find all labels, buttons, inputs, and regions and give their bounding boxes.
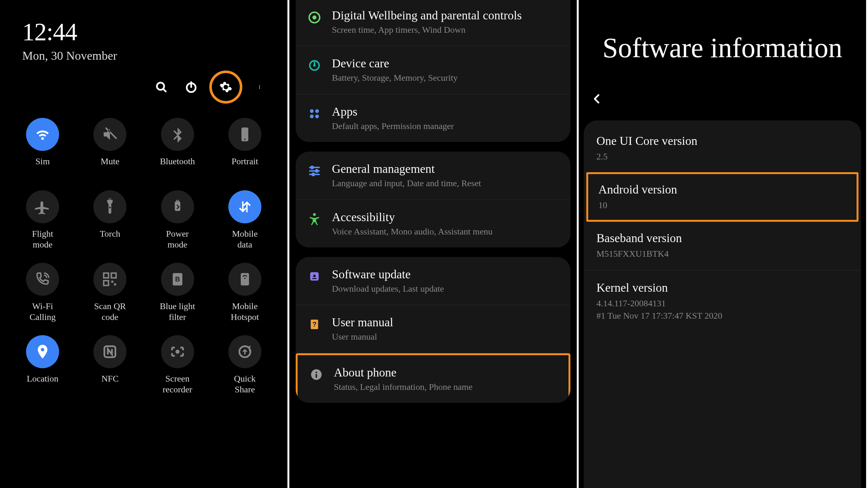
apps-icon [307, 106, 322, 122]
qs-tile-nfc[interactable]: NFC [76, 335, 144, 395]
wellbeing-icon [307, 9, 322, 25]
row-subtitle: Battery, Storage, Memory, Security [332, 72, 560, 84]
qs-tile-screenrec[interactable]: Screenrecorder [144, 335, 211, 395]
location-icon [26, 335, 59, 368]
accessibility-icon [307, 211, 322, 227]
general-icon [307, 163, 322, 179]
qs-tile-scanqr[interactable]: Scan QRcode [76, 263, 144, 323]
qs-tile-label: MobileHotspot [231, 301, 259, 323]
qs-tile-label: Wi-FiCalling [30, 301, 56, 323]
row-text: Digital Wellbeing and parental controls … [332, 8, 560, 36]
quickshare-icon [228, 335, 261, 368]
qs-tile-flight[interactable]: Flightmode [9, 190, 76, 250]
quick-settings-panel: 12:44 Mon, 30 November Sim Mute Blu [0, 0, 289, 488]
nfc-icon [93, 335, 126, 368]
svg-point-14 [315, 114, 319, 118]
qs-tile-label: Location [27, 373, 58, 395]
info-row[interactable]: Android version 10 [586, 172, 859, 221]
row-title: About phone [334, 365, 558, 379]
back-button[interactable] [579, 83, 866, 120]
info-value: M515FXXU1BTK4 [596, 247, 848, 260]
qs-tile-label: Torch [100, 228, 120, 250]
torch-icon [93, 190, 126, 223]
info-label: Kernel version [596, 280, 848, 295]
qs-tile-label: Mute [101, 156, 119, 178]
wifi-icon [26, 118, 59, 151]
settings-row-devicecare[interactable]: Device care Battery, Storage, Memory, Se… [296, 46, 570, 94]
row-text: Device care Battery, Storage, Memory, Se… [332, 56, 560, 84]
row-subtitle: Screen time, App timers, Wind Down [332, 24, 560, 36]
svg-point-18 [311, 166, 313, 169]
qs-tile-mobiledata[interactable]: Mobiledata [211, 190, 279, 250]
row-subtitle: Language and input, Date and time, Reset [332, 178, 560, 189]
qs-tile-portrait[interactable]: Portrait [211, 118, 279, 178]
settings-row-about[interactable]: About phone Status, Legal information, P… [296, 353, 570, 403]
row-title: General management [332, 162, 560, 176]
qs-tile-location[interactable]: Location [9, 335, 76, 395]
row-subtitle: Download updates, Last update [332, 283, 560, 295]
gear-icon[interactable] [217, 79, 235, 96]
qs-tile-label: Sim [36, 156, 50, 178]
info-card: One UI Core version 2.5 Android version … [584, 120, 861, 488]
qs-tile-power[interactable]: Powermode [144, 190, 211, 250]
hotspot-icon [228, 263, 261, 296]
svg-point-10 [313, 64, 315, 67]
svg-rect-27 [316, 374, 317, 378]
qs-tile-hotspot[interactable]: MobileHotspot [211, 263, 279, 323]
qs-tile-torch[interactable]: Torch [76, 190, 144, 250]
settings-row-apps[interactable]: Apps Default apps, Permission manager [296, 94, 570, 142]
row-title: Device care [332, 56, 560, 70]
svg-point-26 [316, 372, 317, 373]
page-header: Software information [579, 0, 866, 83]
qs-tile-label: QuickShare [234, 373, 256, 395]
search-icon[interactable] [153, 79, 170, 96]
row-title: Software update [332, 267, 560, 281]
settings-row-accessibility[interactable]: Accessibility Voice Assistant, Mono audi… [296, 200, 570, 247]
software-info-panel: Software information One UI Core version… [579, 0, 868, 488]
settings-group: Software update Download updates, Last u… [296, 257, 570, 403]
svg-point-19 [316, 170, 318, 172]
settings-row-usermanual[interactable]: ? User manual User manual [296, 305, 570, 353]
portrait-icon [228, 118, 261, 151]
svg-point-11 [310, 109, 314, 113]
qs-tile-wificalling[interactable]: Wi-FiCalling [9, 263, 76, 323]
info-value: 10 [598, 199, 846, 211]
info-label: Android version [598, 182, 846, 196]
qs-tile-label: Screenrecorder [163, 373, 192, 395]
more-icon[interactable] [252, 79, 269, 96]
info-label: Baseband version [596, 231, 848, 245]
row-subtitle: User manual [332, 331, 560, 342]
qs-tile-mute[interactable]: Mute [76, 118, 144, 178]
qs-tile-bluetooth[interactable]: Bluetooth [144, 118, 211, 178]
usermanual-icon: ? [307, 316, 322, 332]
qs-tile-bluelight[interactable]: Blue lightfilter [144, 263, 211, 323]
svg-point-20 [312, 174, 314, 176]
svg-point-6 [259, 88, 260, 89]
bluelight-icon [161, 263, 194, 296]
info-row[interactable]: Kernel version 4.14.117-20084131#1 Tue N… [584, 270, 861, 332]
info-label: One UI Core version [596, 134, 848, 148]
row-subtitle: Status, Legal information, Phone name [334, 381, 558, 393]
settings-group: Digital Wellbeing and parental controls … [296, 0, 570, 142]
row-text: General management Language and input, D… [332, 162, 560, 189]
info-value: 2.5 [596, 150, 848, 163]
power-icon[interactable] [183, 79, 200, 96]
info-row[interactable]: One UI Core version 2.5 [584, 124, 861, 173]
qs-tile-label: Bluetooth [160, 156, 195, 178]
clock-date: Mon, 30 November [22, 49, 265, 63]
settings-row-wellbeing[interactable]: Digital Wellbeing and parental controls … [296, 0, 570, 46]
row-text: Software update Download updates, Last u… [332, 267, 560, 295]
quick-settings-grid: Sim Mute Bluetooth Portrait Flightmode T… [0, 108, 287, 395]
settings-highlight [209, 70, 242, 103]
bluetooth-icon [161, 118, 194, 151]
settings-row-swupdate[interactable]: Software update Download updates, Last u… [296, 257, 570, 305]
qs-tile-label: Scan QRcode [94, 301, 126, 323]
row-text: Apps Default apps, Permission manager [332, 104, 560, 132]
swupdate-icon [307, 269, 322, 284]
info-row[interactable]: Baseband version M515FXXU1BTK4 [584, 221, 861, 270]
svg-text:?: ? [312, 320, 316, 328]
settings-row-general[interactable]: General management Language and input, D… [296, 152, 570, 200]
settings-group: General management Language and input, D… [296, 152, 570, 247]
qs-tile-wifi[interactable]: Sim [9, 118, 76, 178]
qs-tile-quickshare[interactable]: QuickShare [211, 335, 279, 395]
